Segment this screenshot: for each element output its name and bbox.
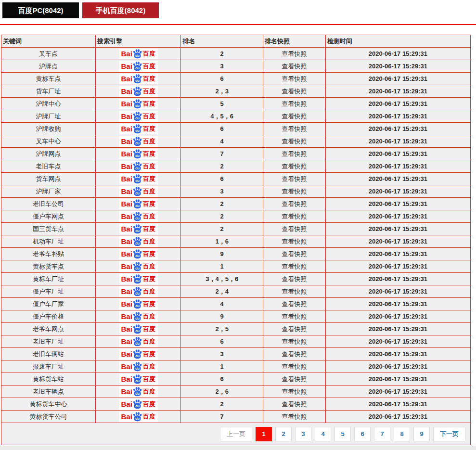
view-snapshot-link[interactable]: 查看快照 [282, 300, 307, 308]
table-row: 老旧车厂址 Bai du 百度 6 查看快照 2020-06-17 15:29:… [1, 335, 471, 348]
view-snapshot-link[interactable]: 查看快照 [282, 100, 307, 107]
page-button-5[interactable]: 5 [334, 427, 351, 441]
view-snapshot-link[interactable]: 查看快照 [282, 113, 307, 120]
baidu-logo-cn-text: 百度 [143, 351, 155, 357]
baidu-logo: Bai du 百度 [119, 111, 158, 122]
rank-cell: 6 [181, 335, 263, 348]
view-snapshot-link[interactable]: 查看快照 [282, 138, 307, 145]
view-snapshot-link[interactable]: 查看快照 [282, 200, 307, 207]
view-snapshot-link[interactable]: 查看快照 [282, 400, 307, 408]
view-snapshot-link[interactable]: 查看快照 [282, 363, 307, 370]
baidu-logo-cn-text: 百度 [143, 376, 155, 382]
rank-cell: 2 [181, 198, 263, 210]
page-button-9[interactable]: 9 [413, 427, 430, 441]
baidu-logo: Bai du 百度 [119, 361, 158, 372]
time-cell: 2020-06-17 15:29:31 [325, 285, 470, 298]
view-snapshot-link[interactable]: 查看快照 [282, 375, 307, 383]
baidu-paw-icon: du [132, 111, 142, 121]
baidu-logo-du-text: du [135, 392, 140, 396]
rank-cell: 2，3 [181, 85, 263, 98]
tab-baidu-pc[interactable]: 百度PC(8042) [2, 2, 79, 18]
baidu-logo-bai-text: Bai [121, 338, 132, 345]
snapshot-cell: 查看快照 [263, 98, 326, 110]
baidu-paw-icon: du [132, 349, 142, 359]
engine-cell: Bai du 百度 [95, 373, 180, 386]
snapshot-cell: 查看快照 [263, 198, 326, 210]
engine-cell: Bai du 百度 [95, 298, 180, 310]
baidu-logo-cn-text: 百度 [143, 238, 155, 244]
snapshot-cell: 查看快照 [263, 85, 326, 98]
view-snapshot-link[interactable]: 查看快照 [282, 250, 307, 257]
page-button-8[interactable]: 8 [394, 427, 410, 441]
view-snapshot-link[interactable]: 查看快照 [282, 350, 307, 358]
time-cell: 2020-06-17 15:29:31 [325, 135, 470, 148]
snapshot-cell: 查看快照 [263, 285, 326, 298]
next-page-button[interactable]: 下一页 [433, 427, 465, 441]
engine-cell: Bai du 百度 [95, 98, 180, 110]
baidu-logo-cn-text: 百度 [143, 251, 155, 257]
baidu-paw-icon: du [132, 211, 142, 221]
baidu-logo-bai-text: Bai [121, 225, 132, 232]
page-button-7[interactable]: 7 [374, 427, 390, 441]
snapshot-cell: 查看快照 [263, 273, 326, 285]
view-snapshot-link[interactable]: 查看快照 [282, 213, 307, 220]
view-snapshot-link[interactable]: 查看快照 [282, 163, 307, 170]
rank-cell: 3 [181, 185, 263, 198]
view-snapshot-link[interactable]: 查看快照 [282, 388, 307, 395]
engine-tabs: 百度PC(8042) 手机百度(8042) [0, 0, 476, 18]
keyword-cell: 报废车厂址 [1, 360, 96, 373]
view-snapshot-link[interactable]: 查看快照 [282, 75, 307, 82]
keyword-cell: 叉车点 [1, 48, 96, 60]
page-button-3[interactable]: 3 [295, 427, 311, 441]
keyword-cell: 老旧车点 [1, 160, 96, 173]
view-snapshot-link[interactable]: 查看快照 [282, 325, 307, 333]
rank-cell: 1，6 [181, 235, 263, 248]
baidu-logo: Bai du 百度 [119, 74, 158, 84]
view-snapshot-link[interactable]: 查看快照 [282, 50, 307, 57]
page-button-4[interactable]: 4 [315, 427, 331, 441]
view-snapshot-link[interactable]: 查看快照 [282, 188, 307, 195]
baidu-paw-icon: du [132, 374, 142, 384]
view-snapshot-link[interactable]: 查看快照 [282, 175, 307, 182]
snapshot-cell: 查看快照 [263, 298, 326, 310]
baidu-logo: Bai du 百度 [119, 86, 158, 97]
baidu-logo: Bai du 百度 [119, 261, 158, 272]
view-snapshot-link[interactable]: 查看快照 [282, 225, 307, 232]
view-snapshot-link[interactable]: 查看快照 [282, 275, 307, 283]
baidu-logo: Bai du 百度 [119, 61, 158, 72]
baidu-logo: Bai du 百度 [119, 161, 158, 172]
keyword-cell: 沪牌收购 [1, 123, 96, 135]
baidu-logo-du-text: du [135, 167, 140, 170]
engine-cell: Bai du 百度 [95, 135, 180, 148]
view-snapshot-link[interactable]: 查看快照 [282, 88, 307, 95]
baidu-logo-du-text: du [135, 292, 140, 296]
view-snapshot-link[interactable]: 查看快照 [282, 263, 307, 270]
view-snapshot-link[interactable]: 查看快照 [282, 63, 307, 70]
page-button-6[interactable]: 6 [354, 427, 371, 441]
page-button-2[interactable]: 2 [275, 427, 292, 441]
baidu-paw-icon: du [132, 249, 142, 259]
tab-baidu-mobile[interactable]: 手机百度(8042) [82, 2, 159, 18]
header-time: 检测时间 [325, 35, 470, 48]
view-snapshot-link[interactable]: 查看快照 [282, 238, 307, 245]
view-snapshot-link[interactable]: 查看快照 [282, 150, 307, 157]
view-snapshot-link[interactable]: 查看快照 [282, 413, 307, 420]
keyword-cell: 货车厂址 [1, 85, 96, 98]
time-cell: 2020-06-17 15:29:31 [325, 160, 470, 173]
view-snapshot-link[interactable]: 查看快照 [282, 338, 307, 345]
view-snapshot-link[interactable]: 查看快照 [282, 288, 307, 295]
baidu-logo-du-text: du [135, 116, 140, 120]
keyword-cell: 老爷车网点 [1, 323, 96, 335]
rank-cell: 2，6 [181, 386, 263, 398]
view-snapshot-link[interactable]: 查看快照 [282, 125, 307, 132]
prev-page-button[interactable]: 上一页 [220, 427, 252, 441]
view-snapshot-link[interactable]: 查看快照 [282, 313, 307, 320]
snapshot-cell: 查看快照 [263, 160, 326, 173]
page-button-1[interactable]: 1 [256, 427, 272, 441]
keyword-cell: 僵户车网点 [1, 210, 96, 223]
baidu-logo-bai-text: Bai [121, 125, 132, 132]
baidu-logo-cn-text: 百度 [143, 288, 155, 295]
snapshot-cell: 查看快照 [263, 248, 326, 260]
baidu-logo-bai-text: Bai [121, 350, 132, 358]
time-cell: 2020-06-17 15:29:31 [325, 398, 470, 411]
